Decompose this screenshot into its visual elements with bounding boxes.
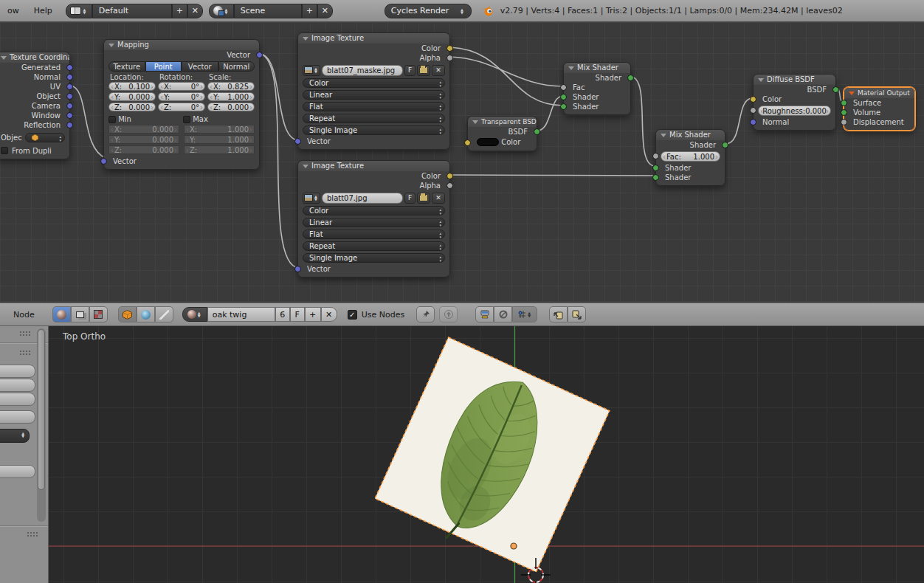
snap-toggle-button[interactable] — [494, 306, 512, 322]
browse-material-button[interactable] — [182, 307, 207, 322]
delete-layout-button[interactable]: ✕ — [187, 4, 203, 18]
panel-grip[interactable] — [27, 531, 38, 537]
scene-icon-button[interactable] — [209, 4, 234, 18]
socket-shader2-in[interactable] — [560, 103, 567, 110]
socket-generated[interactable] — [66, 64, 73, 71]
color-space-dropdown[interactable]: Color — [303, 78, 445, 88]
socket-color-out[interactable] — [447, 173, 453, 179]
socket-fac-in[interactable] — [560, 84, 567, 91]
rotation-x-field[interactable]: X:0° — [158, 82, 205, 91]
socket-bsdf-out[interactable] — [832, 86, 839, 93]
shelf-button[interactable] — [0, 365, 35, 378]
scene-field[interactable]: Scene — [234, 4, 302, 18]
socket-camera[interactable] — [66, 103, 73, 109]
panel-grip[interactable] — [19, 350, 31, 356]
panel-grip[interactable] — [19, 331, 31, 337]
menu-help[interactable]: Help — [27, 6, 60, 15]
scale-y-field[interactable]: Y:1.000 — [207, 92, 255, 101]
screen-layout-field[interactable]: Default — [92, 4, 172, 18]
node-title[interactable]: Image Texture — [298, 161, 449, 171]
node-mix-shader-2[interactable]: Mix Shader Shader Fac:1.000 Shader Shade… — [655, 129, 725, 186]
socket-shader-out[interactable] — [722, 142, 728, 148]
socket-fac-in[interactable] — [652, 153, 659, 159]
socket-vector-in[interactable] — [294, 266, 301, 272]
go-to-parent-button[interactable] — [439, 306, 458, 322]
socket-object[interactable] — [66, 93, 73, 100]
socket-alpha-out[interactable] — [447, 182, 453, 189]
node-mapping[interactable]: Mapping Vector Texture Point Vector Norm… — [103, 39, 260, 170]
snap-element-dropdown[interactable] — [512, 306, 537, 322]
auto-render-button[interactable] — [475, 306, 494, 322]
image-browse-button[interactable] — [303, 65, 320, 76]
tab-normal[interactable]: Normal — [218, 61, 255, 72]
node-title[interactable]: Mapping — [104, 40, 259, 50]
image-name-field[interactable]: blatt07_maske.jpg — [322, 65, 403, 76]
rotation-y-field[interactable]: Y:0° — [158, 92, 205, 101]
texture-nodes-button[interactable] — [89, 306, 108, 322]
add-scene-button[interactable]: + — [302, 4, 317, 18]
color-swatch[interactable] — [477, 138, 499, 146]
interpolation-dropdown[interactable]: Linear — [303, 90, 445, 100]
max-z-field[interactable]: Z:1.000 — [184, 145, 255, 154]
fake-user-button[interactable]: F — [404, 65, 416, 76]
delete-scene-button[interactable]: ✕ — [317, 4, 333, 18]
unlink-material-button[interactable]: ✕ — [321, 307, 337, 322]
compositing-nodes-button[interactable] — [71, 306, 89, 322]
location-z-field[interactable]: Z:0.000 — [108, 103, 156, 111]
node-image-texture-mask[interactable]: Image Texture Color Alpha blatt07_maske.… — [297, 32, 450, 150]
roughness-field[interactable]: Roughness:0.000 — [758, 106, 831, 116]
new-material-button[interactable]: + — [305, 307, 321, 322]
use-nodes-checkbox[interactable]: ✓ — [348, 310, 357, 320]
node-editor-canvas[interactable]: Texture Coordinate Generated Normal UV O… — [0, 22, 924, 303]
socket-alpha-out[interactable] — [447, 55, 453, 61]
max-x-field[interactable]: X:1.000 — [184, 125, 255, 134]
max-y-field[interactable]: Y:1.000 — [184, 135, 255, 144]
node-image-texture-color[interactable]: Image Texture Color Alpha blatt07.jpg F … — [297, 160, 450, 277]
socket-surface-in[interactable] — [841, 100, 847, 106]
shelf-button[interactable] — [0, 465, 35, 478]
render-engine-dropdown[interactable]: Cycles Render — [385, 4, 472, 18]
socket-reflection[interactable] — [66, 122, 73, 128]
rotation-z-field[interactable]: Z:0° — [158, 103, 205, 111]
extension-dropdown[interactable]: Repeat — [303, 114, 445, 123]
object-shader-button[interactable] — [118, 306, 137, 322]
menu-window[interactable]: ow — [0, 6, 27, 15]
socket-vector-in[interactable] — [294, 138, 301, 145]
node-title[interactable]: Image Texture — [298, 33, 449, 44]
location-x-field[interactable]: X:0.100 — [108, 82, 156, 91]
socket-displacement-in[interactable] — [841, 119, 847, 125]
image-name-field[interactable]: blatt07.jpg — [322, 193, 403, 204]
socket-shader1-in[interactable] — [560, 94, 567, 100]
node-title[interactable]: Mix Shader — [656, 130, 725, 140]
tool-shelf[interactable] — [0, 326, 49, 583]
node-title[interactable]: Transparent BSDF — [468, 117, 537, 127]
scrollbar-thumb[interactable] — [38, 329, 45, 490]
pin-button[interactable] — [416, 306, 435, 322]
linestyle-shader-button[interactable] — [155, 306, 173, 322]
unlink-image-button[interactable]: ✕ — [432, 193, 445, 204]
node-material-output[interactable]: Material Output Surface Volume Displacem… — [844, 87, 915, 131]
min-x-field[interactable]: X:0.000 — [108, 125, 179, 134]
socket-normal-in[interactable] — [750, 119, 756, 125]
min-checkbox[interactable] — [108, 116, 116, 123]
socket-shader2-in[interactable] — [652, 174, 659, 181]
socket-volume-in[interactable] — [841, 109, 847, 116]
fake-user-button[interactable]: F — [404, 193, 416, 204]
interpolation-dropdown[interactable]: Linear — [303, 218, 445, 227]
fac-value-field[interactable]: Fac:1.000 — [661, 151, 720, 162]
color-space-dropdown[interactable]: Color — [303, 206, 445, 215]
socket-bsdf-out[interactable] — [534, 128, 540, 135]
copy-nodes-button[interactable] — [549, 306, 568, 322]
source-dropdown[interactable]: Single Image — [303, 125, 445, 135]
socket-color-in[interactable] — [750, 96, 756, 103]
users-count-button[interactable]: 6 — [275, 307, 290, 322]
socket-roughness-in[interactable] — [750, 107, 756, 114]
tab-vector[interactable]: Vector — [182, 61, 218, 72]
node-title[interactable]: Texture Coordinate — [0, 52, 69, 63]
projection-dropdown[interactable]: Flat — [303, 230, 445, 239]
min-y-field[interactable]: Y:0.000 — [108, 135, 179, 144]
node-title[interactable]: Diffuse BSDF — [754, 75, 835, 85]
from-dupli-checkbox[interactable] — [1, 147, 8, 154]
socket-normal[interactable] — [66, 74, 73, 80]
node-title[interactable]: Mix Shader — [564, 63, 630, 73]
